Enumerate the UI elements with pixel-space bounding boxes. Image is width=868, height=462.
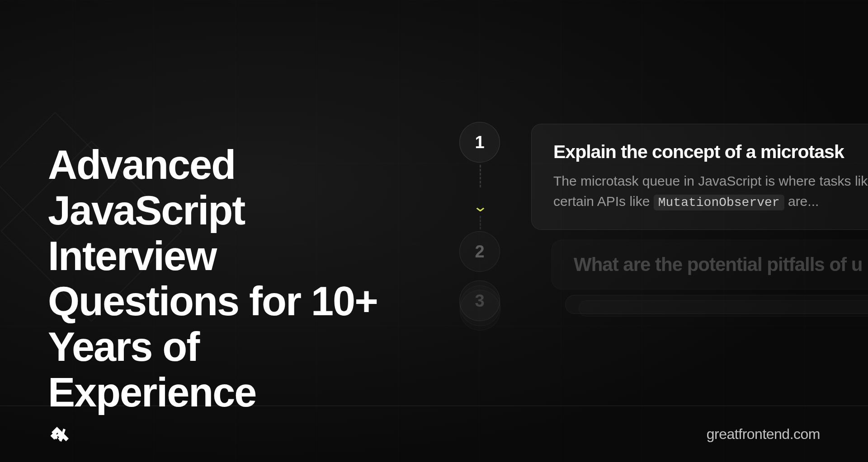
cards-container: Explain the concept of a microtask The m… [531,124,868,317]
step-3-circle: 3 [459,280,500,321]
step-2-circle: 2 [459,231,500,272]
page-title: Advanced JavaScript Interview Questions … [48,142,401,415]
step-3-number: 3 [475,291,484,311]
card-2-title: What are the potential pitfalls of u [574,254,868,275]
card-1-title: Explain the concept of a microtask [553,141,868,163]
question-card-1: Explain the concept of a microtask The m… [531,124,868,230]
step-1-number: 1 [475,133,484,152]
site-url: greatfrontend.com [707,426,820,443]
stepper-connector-1 [480,165,481,187]
step-1-circle: 1 [459,122,500,163]
desc-text: certain APIs like [553,194,654,209]
main-content: Advanced JavaScript Interview Questions … [48,142,401,415]
footer: greatfrontend.com [0,406,868,462]
stepper-connector-2 [480,216,481,229]
code-token: MutationObserver [654,195,784,210]
card-shadow [565,295,868,314]
stepper: 1 ⌄ 2 3 [459,122,500,321]
svg-marker-3 [52,427,62,435]
step-2-number: 2 [475,242,484,261]
brand-logo-icon [48,420,75,448]
desc-text: are... [784,194,819,209]
chevron-down-icon: ⌄ [472,198,488,215]
desc-text: The microtask queue in JavaScript is whe… [553,173,868,188]
question-card-2: What are the potential pitfalls of u [552,240,868,289]
card-1-description: The microtask queue in JavaScript is whe… [553,171,868,212]
